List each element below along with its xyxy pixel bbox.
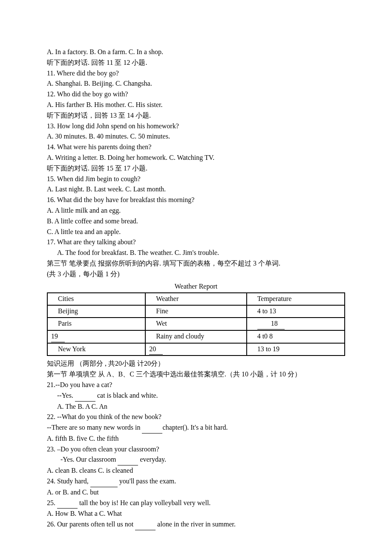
- q25-line1: 25. tall the boy is! He can play volleyb…: [47, 498, 345, 509]
- q13-options: A. 30 minutes. B. 40 minutes. C. 50 minu…: [47, 131, 345, 142]
- pre-dialog-15-17: 听下面的对话. 回答 15 至 17 小题.: [47, 163, 345, 174]
- cell: Paris: [47, 318, 145, 330]
- q23-options: A. clean B. cleans C. is cleaned: [47, 465, 345, 476]
- cell: Fine: [145, 305, 246, 318]
- q22-options: A. fifth B. five C. the fifth: [47, 434, 345, 444]
- q22-line2: --There are so many new words in chapter…: [47, 422, 345, 434]
- weather-table: Cities Weather Temperature Beijing Fine …: [47, 292, 345, 356]
- cell-head-cities: Cities: [47, 293, 145, 305]
- q17-options: A. The food for breakfast. B. The weathe…: [57, 248, 345, 258]
- q12-stem: 12. Who did the boy go with?: [47, 89, 345, 100]
- q23-line1: 23. –Do you often clean your classroom?: [47, 444, 345, 455]
- q14-options: A. Writing a letter. B. Doing her homewo…: [47, 153, 345, 163]
- q11-options: A. Shanghai. B. Beijing. C. Changsha.: [47, 78, 345, 89]
- q16-optC: C. A little tea and an apple.: [47, 227, 345, 237]
- pre-dialog-13-14: 听下面的对话，回答 13 至 14 小题.: [47, 110, 345, 121]
- cell: New York: [47, 343, 145, 356]
- blank-icon: [142, 422, 162, 434]
- blank-icon: [90, 476, 118, 487]
- q26-line1: 26. Our parents often tell us not alone …: [47, 519, 345, 530]
- q10-options: A. In a factory. B. On a farm. C. In a s…: [47, 47, 345, 58]
- knowledge-title: 知识运用 （两部分 , 共20小题 计20分）: [47, 358, 345, 369]
- table-title: Weather Report: [47, 281, 345, 292]
- q15-options: A. Last night. B. Last week. C. Last mon…: [47, 184, 345, 195]
- q21-line1: 21.--Do you have a cat?: [47, 380, 345, 390]
- cell-head-weather: Weather: [145, 293, 246, 305]
- blank-icon: [75, 390, 95, 402]
- q22-line1: 22. --What do you think of the new book?: [47, 412, 345, 422]
- cell: Wet: [145, 318, 246, 330]
- blank-icon: [118, 454, 138, 465]
- section3-score: (共 3 小题，每小题 1 分): [47, 269, 345, 280]
- blank-icon: [57, 498, 78, 509]
- cell-head-temperature: Temperature: [247, 293, 345, 305]
- cell: 4 t0 8: [247, 330, 345, 343]
- cell-blank-18: 18: [247, 318, 345, 330]
- table-row: New York 20 13 to 19: [47, 343, 345, 356]
- q21-line2: --Yes. cat is black and white.: [57, 390, 345, 402]
- table-row: Paris Wet 18: [47, 318, 345, 330]
- q25-options: A. How B. What a C. What: [47, 509, 345, 519]
- q16-optA: A. A little milk and an egg.: [47, 205, 345, 216]
- q11-stem: 11. Where did the boy go?: [47, 68, 345, 79]
- q23-line2: -Yes. Our classroom everyday.: [61, 454, 345, 465]
- q12-options: A. His farther B. His mother. C. His sis…: [47, 100, 345, 110]
- cell: 4 to 13: [247, 305, 345, 318]
- knowledge-sub: 第一节 单项填空 从 A、B、C 三个选项中选出最佳答案填空.（共 10 小题，…: [47, 369, 345, 380]
- q24-line1: 24. Study hard, you'll pass the exam.: [47, 476, 345, 487]
- q24-options: A. or B. and C. but: [47, 487, 345, 498]
- cell-blank-19: 19: [47, 330, 145, 343]
- cell: 13 to 19: [247, 343, 345, 356]
- q17-stem: 17. What are they talking about?: [47, 237, 345, 248]
- section3-title: 第三节 笔录要点 报据你所听到的内容. 填写下面的表格，每空不超过 3 个单词.: [47, 258, 345, 269]
- table-row: Cities Weather Temperature: [47, 293, 345, 305]
- cell-blank-20: 20: [145, 343, 246, 356]
- q16-stem: 16. What did the boy have for breakfast …: [47, 195, 345, 205]
- blank-icon: [135, 519, 156, 530]
- q16-optB: B. A little coffee and some bread.: [47, 216, 345, 227]
- cell: Beijing: [47, 305, 145, 318]
- q14-stem: 14. What were his parents doing then?: [47, 142, 345, 153]
- pre-dialog-11-12: 听下面的对话. 回答 11 至 12 小题.: [47, 58, 345, 68]
- q21-options: A. The B. A C. An: [57, 402, 345, 412]
- cell: Rainy and cloudy: [145, 330, 246, 343]
- table-row: Beijing Fine 4 to 13: [47, 305, 345, 318]
- table-row: 19 Rainy and cloudy 4 t0 8: [47, 330, 345, 343]
- q13-stem: 13. How long did John spend on his homew…: [47, 121, 345, 132]
- q15-stem: 15. When did Jim begin to cough?: [47, 174, 345, 185]
